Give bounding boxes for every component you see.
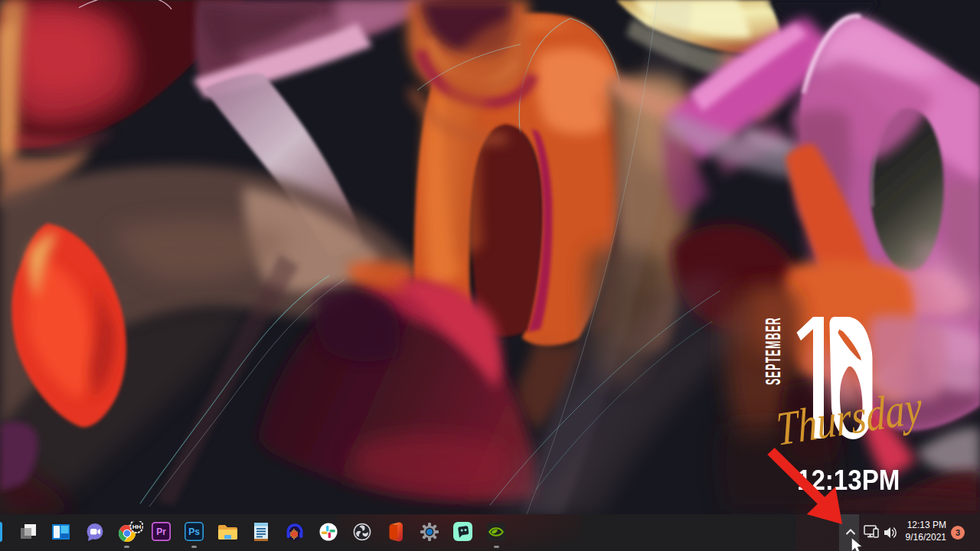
- svg-text:SEPTEMBER: SEPTEMBER: [761, 317, 785, 385]
- svg-text:HH: HH: [132, 523, 142, 530]
- svg-text:Ps: Ps: [188, 527, 200, 537]
- svg-text:Pr: Pr: [156, 527, 166, 537]
